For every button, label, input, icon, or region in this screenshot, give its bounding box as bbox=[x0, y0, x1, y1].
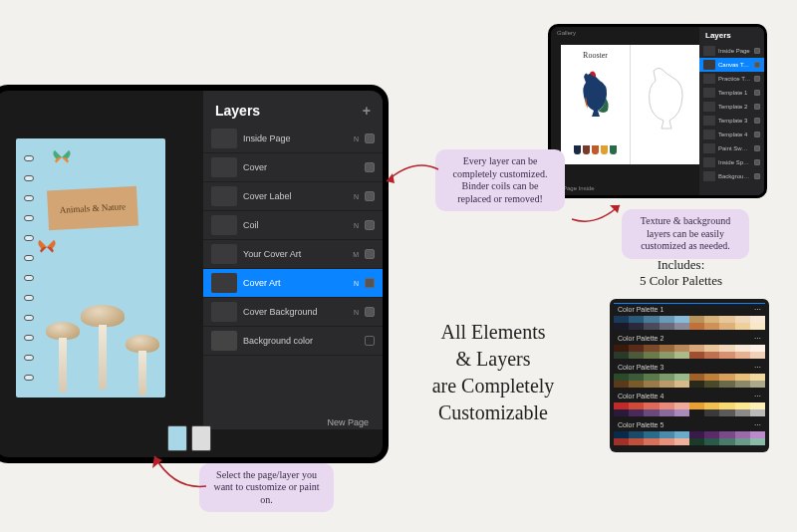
palette-swatch[interactable] bbox=[704, 345, 719, 352]
palette-swatch[interactable] bbox=[689, 374, 704, 381]
layer-row[interactable]: Your Cover Art M bbox=[203, 240, 383, 269]
palette-swatch[interactable] bbox=[614, 345, 629, 352]
palette-swatch[interactable] bbox=[629, 316, 644, 323]
palette-swatch[interactable] bbox=[660, 345, 674, 352]
palette-swatch[interactable] bbox=[674, 438, 689, 445]
palette-menu-icon[interactable]: ⋯ bbox=[754, 393, 761, 400]
layer-row[interactable]: Coil N bbox=[203, 211, 383, 240]
layer-visibility-checkbox[interactable] bbox=[754, 90, 760, 96]
palette-swatch[interactable] bbox=[719, 431, 734, 438]
palette-swatch[interactable] bbox=[719, 438, 734, 445]
palette-swatch[interactable] bbox=[629, 438, 644, 445]
palette-swatch[interactable] bbox=[629, 431, 644, 438]
palette-swatch[interactable] bbox=[735, 374, 750, 381]
palette-swatch[interactable] bbox=[719, 381, 734, 388]
palette-swatch[interactable] bbox=[750, 323, 765, 330]
layer-visibility-checkbox[interactable] bbox=[365, 191, 375, 201]
palette-swatch[interactable] bbox=[735, 402, 750, 409]
color-palette[interactable]: Color Palette 2⋯ bbox=[614, 333, 765, 359]
palette-swatch[interactable] bbox=[660, 316, 674, 323]
palette-swatch[interactable] bbox=[660, 323, 674, 330]
palette-swatch[interactable] bbox=[750, 409, 765, 416]
color-palette[interactable]: Color Palette 3⋯ bbox=[614, 362, 765, 388]
palette-swatch[interactable] bbox=[704, 374, 719, 381]
layer-visibility-checkbox[interactable] bbox=[754, 62, 760, 68]
color-palette[interactable]: Color Palette 4⋯ bbox=[614, 391, 765, 416]
palette-swatch[interactable] bbox=[704, 431, 719, 438]
palette-swatch[interactable] bbox=[614, 431, 629, 438]
palette-swatch[interactable] bbox=[614, 352, 629, 359]
palette-menu-icon[interactable]: ⋯ bbox=[754, 364, 761, 372]
palette-swatch[interactable] bbox=[644, 345, 659, 352]
palette-swatch[interactable] bbox=[660, 438, 674, 445]
palette-swatch[interactable] bbox=[629, 381, 644, 388]
palette-swatch[interactable] bbox=[735, 352, 750, 359]
layer-visibility-checkbox[interactable] bbox=[754, 173, 760, 179]
palette-swatch[interactable] bbox=[674, 323, 689, 330]
layer-visibility-checkbox[interactable] bbox=[754, 159, 760, 165]
palette-swatch[interactable] bbox=[735, 316, 750, 323]
palette-swatch[interactable] bbox=[614, 374, 629, 381]
layer-row[interactable]: Cover Background N bbox=[203, 298, 383, 327]
palette-swatch[interactable] bbox=[704, 409, 719, 416]
palette-swatch[interactable] bbox=[674, 345, 689, 352]
palette-swatch[interactable] bbox=[735, 431, 750, 438]
palette-swatch[interactable] bbox=[629, 352, 644, 359]
palette-swatch[interactable] bbox=[660, 431, 674, 438]
layer-visibility-checkbox[interactable] bbox=[365, 133, 375, 143]
sketchbook-spread[interactable]: Rooster bbox=[561, 45, 700, 164]
layer-row[interactable]: Template 2 bbox=[699, 100, 764, 114]
palette-swatch[interactable] bbox=[689, 381, 704, 388]
layer-visibility-checkbox[interactable] bbox=[754, 76, 760, 82]
palette-swatch[interactable] bbox=[614, 402, 629, 409]
palette-swatch[interactable] bbox=[750, 316, 765, 323]
palette-swatch[interactable] bbox=[614, 409, 629, 416]
layer-row[interactable]: Template 1 bbox=[699, 86, 764, 100]
layer-visibility-checkbox[interactable] bbox=[754, 118, 760, 124]
palette-swatch[interactable] bbox=[674, 316, 689, 323]
palette-swatch[interactable] bbox=[660, 409, 674, 416]
palette-swatch[interactable] bbox=[704, 402, 719, 409]
palette-swatch[interactable] bbox=[614, 323, 629, 330]
new-page-button[interactable]: New Page bbox=[327, 417, 369, 427]
palette-swatch[interactable] bbox=[629, 409, 644, 416]
palette-swatch[interactable] bbox=[719, 316, 734, 323]
palette-swatch[interactable] bbox=[719, 352, 734, 359]
palette-swatch[interactable] bbox=[750, 438, 765, 445]
palette-swatch[interactable] bbox=[629, 323, 644, 330]
palette-swatch[interactable] bbox=[689, 316, 704, 323]
palette-menu-icon[interactable]: ⋯ bbox=[754, 421, 761, 429]
palette-swatch[interactable] bbox=[644, 323, 659, 330]
palette-swatch[interactable] bbox=[735, 345, 750, 352]
palette-swatch[interactable] bbox=[674, 374, 689, 381]
gallery-label[interactable]: Gallery bbox=[557, 30, 576, 36]
layer-row[interactable]: Template 4 bbox=[699, 128, 764, 141]
palette-swatch[interactable] bbox=[735, 438, 750, 445]
color-palette[interactable]: Color Palette 1⋯ bbox=[614, 303, 765, 330]
layer-visibility-checkbox[interactable] bbox=[365, 336, 375, 346]
palette-swatch[interactable] bbox=[644, 352, 659, 359]
layer-row[interactable]: Background color bbox=[203, 327, 383, 356]
palette-swatch[interactable] bbox=[704, 352, 719, 359]
palette-swatch[interactable] bbox=[614, 438, 629, 445]
palette-swatch[interactable] bbox=[674, 431, 689, 438]
palette-swatch[interactable] bbox=[674, 409, 689, 416]
canvas-cover[interactable]: Animals & Nature bbox=[16, 138, 165, 398]
layer-row[interactable]: Practice Template bbox=[699, 72, 764, 86]
layer-row[interactable]: Background color bbox=[699, 169, 764, 183]
palette-swatch[interactable] bbox=[704, 316, 719, 323]
palette-swatch[interactable] bbox=[735, 381, 750, 388]
layer-visibility-checkbox[interactable] bbox=[365, 278, 375, 288]
palette-swatch[interactable] bbox=[644, 374, 659, 381]
palette-swatch[interactable] bbox=[689, 345, 704, 352]
layer-row[interactable]: Canvas Texture bbox=[699, 58, 764, 72]
palette-swatch[interactable] bbox=[629, 374, 644, 381]
palette-swatch[interactable] bbox=[674, 381, 689, 388]
palette-swatch[interactable] bbox=[704, 381, 719, 388]
palette-swatch[interactable] bbox=[719, 402, 734, 409]
layer-visibility-checkbox[interactable] bbox=[365, 220, 375, 230]
palette-swatch[interactable] bbox=[750, 374, 765, 381]
palette-swatch[interactable] bbox=[644, 316, 659, 323]
palette-swatch[interactable] bbox=[689, 438, 704, 445]
palette-swatch[interactable] bbox=[644, 409, 659, 416]
